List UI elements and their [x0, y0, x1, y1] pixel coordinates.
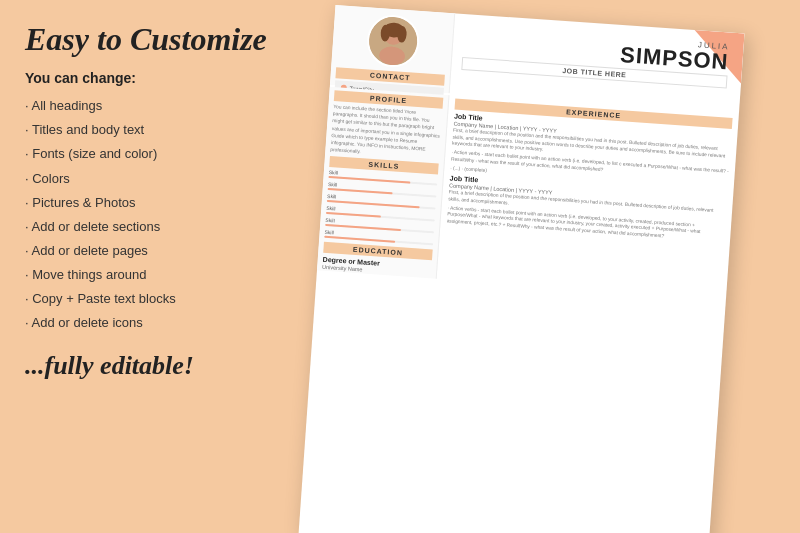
list-item: · Add or delete icons: [25, 311, 275, 335]
resume-right-column: EXPERIENCE Job Title Company Name | Loca…: [437, 95, 739, 299]
skills-section: Skill Skill Skill: [324, 169, 438, 245]
bottom-label: ...fully editable!: [25, 351, 275, 381]
list-item: · Fonts (size and color): [25, 142, 275, 166]
resume-wrapper: CONTACT Town/City 123.456.7891: [301, 5, 764, 524]
left-panel: Easy to Customize You can change: · All …: [0, 0, 300, 533]
list-item: · Colors: [25, 167, 275, 191]
list-item: · Copy + Paste text blocks: [25, 287, 275, 311]
list-item: · Titles and body text: [25, 118, 275, 142]
resume-left-column: PROFILE You can include the section titl…: [317, 87, 450, 279]
list-item: · Add or delete sections: [25, 215, 275, 239]
list-item: · Move things around: [25, 263, 275, 287]
profile-text: You can include the section titled 'more…: [330, 103, 442, 161]
right-panel: CONTACT Town/City 123.456.7891: [300, 0, 800, 533]
profile-photo: [365, 13, 421, 69]
list-item: · All headings: [25, 94, 275, 118]
list-item: · Pictures & Photos: [25, 191, 275, 215]
list-item: · Add or delete pages: [25, 239, 275, 263]
main-container: Easy to Customize You can change: · All …: [0, 0, 800, 533]
features-list: · All headings · Titles and body text · …: [25, 94, 275, 334]
subtitle: You can change:: [25, 70, 275, 86]
resume-page: CONTACT Town/City 123.456.7891: [299, 5, 745, 533]
main-title: Easy to Customize: [25, 20, 275, 58]
